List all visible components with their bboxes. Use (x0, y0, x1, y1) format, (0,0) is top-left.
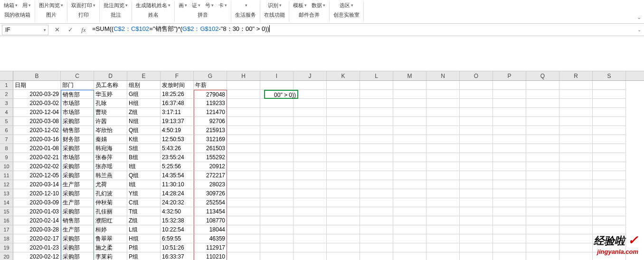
cell[interactable] (559, 108, 593, 117)
cell[interactable] (526, 216, 559, 225)
cell[interactable] (393, 162, 426, 171)
cell[interactable] (493, 126, 526, 135)
cell[interactable] (426, 189, 460, 198)
cell[interactable] (227, 243, 260, 252)
row-header[interactable]: 8 (0, 144, 13, 153)
formula-input[interactable]: =SUM((C$2：C$102="销售部")*(G$2：G$102-"8：30：… (90, 25, 635, 35)
cell[interactable] (393, 252, 426, 260)
ribbon-item[interactable]: 用 (22, 2, 28, 9)
ribbon-item[interactable]: 数据 (312, 2, 322, 9)
cell[interactable] (227, 198, 260, 207)
cell[interactable] (460, 90, 493, 99)
cell[interactable]: S组 (127, 144, 161, 153)
cell[interactable] (360, 144, 393, 153)
cell[interactable] (493, 225, 526, 234)
cell[interactable]: 桓婷 (94, 225, 127, 234)
cell[interactable]: T组 (127, 207, 161, 216)
ribbon-caret-icon[interactable]: ▾ (185, 3, 187, 8)
cell[interactable] (260, 117, 294, 126)
cell[interactable]: 2020-12-10 (13, 189, 61, 198)
cell[interactable]: 11:30:10 (161, 180, 194, 189)
cell[interactable] (360, 180, 393, 189)
cell[interactable]: 18044 (194, 225, 227, 234)
cell[interactable]: 尤荷 (94, 180, 127, 189)
cell[interactable]: Y组 (127, 189, 161, 198)
cell[interactable] (260, 198, 294, 207)
cell[interactable] (260, 135, 294, 144)
cell[interactable]: 2020-12-05 (13, 171, 61, 180)
cell[interactable] (327, 135, 360, 144)
cell[interactable] (460, 126, 493, 135)
cell[interactable] (593, 144, 626, 153)
cell[interactable] (294, 216, 327, 225)
cell[interactable] (393, 153, 426, 162)
cell[interactable] (559, 99, 593, 108)
cell[interactable]: 2020-02-12 (13, 252, 61, 260)
cell[interactable] (593, 189, 626, 198)
cell[interactable] (460, 216, 493, 225)
cell[interactable]: B组 (127, 153, 161, 162)
fx-button[interactable]: fx (77, 25, 90, 35)
ribbon-caret-icon[interactable]: ▾ (198, 3, 200, 8)
cell[interactable]: H组 (127, 99, 161, 108)
row-header[interactable]: 6 (0, 126, 13, 135)
row-header[interactable]: 2 (0, 90, 13, 99)
cell[interactable] (327, 162, 360, 171)
cell[interactable] (493, 108, 526, 117)
cell[interactable] (559, 225, 593, 234)
ribbon-caret-icon[interactable]: ▾ (28, 3, 31, 8)
cell[interactable]: 采购部 (61, 171, 94, 180)
ribbon-caret-icon[interactable]: ▾ (323, 3, 325, 8)
cell[interactable] (526, 180, 559, 189)
cell[interactable] (493, 99, 526, 108)
cell[interactable] (526, 144, 559, 153)
cell[interactable] (360, 153, 393, 162)
ribbon-caret-icon[interactable]: ▾ (279, 3, 282, 8)
cell[interactable] (526, 207, 559, 216)
ribbon-item[interactable]: 纳箱 (4, 2, 14, 9)
cell[interactable] (327, 153, 360, 162)
cell[interactable]: 财务部 (61, 135, 94, 144)
cell[interactable] (526, 153, 559, 162)
cell[interactable] (393, 180, 426, 189)
cell[interactable] (294, 207, 327, 216)
ribbon-caret-icon[interactable]: ▾ (125, 3, 128, 8)
cell[interactable]: 23:55:24 (161, 153, 194, 162)
cell[interactable]: 15:32:38 (161, 216, 194, 225)
cell[interactable]: 员工名称 (94, 81, 127, 90)
cell[interactable]: 发放时间 (161, 81, 194, 90)
cell[interactable]: P组 (127, 243, 161, 252)
cell[interactable] (460, 162, 493, 171)
cell[interactable] (593, 162, 626, 171)
ribbon-caret-icon[interactable]: ▾ (225, 3, 227, 8)
cell[interactable] (260, 252, 294, 260)
cell[interactable] (393, 90, 426, 99)
cell[interactable] (526, 81, 559, 90)
cell[interactable] (294, 108, 327, 117)
cell[interactable] (393, 243, 426, 252)
cell[interactable]: 2020-03-28 (13, 225, 61, 234)
cell[interactable] (294, 153, 327, 162)
cell[interactable] (294, 225, 327, 234)
cell[interactable] (559, 198, 593, 207)
column-header[interactable]: S (593, 71, 626, 80)
cell[interactable] (327, 108, 360, 117)
cell[interactable]: 张亦瑶 (94, 162, 127, 171)
cell[interactable]: 309726 (194, 189, 227, 198)
cell[interactable]: C组 (127, 198, 161, 207)
cell[interactable]: 4:50:19 (161, 126, 194, 135)
row-header[interactable]: 13 (0, 189, 13, 198)
cell[interactable] (393, 207, 426, 216)
cell[interactable]: 2020-12-02 (13, 126, 61, 135)
column-header[interactable]: H (227, 71, 260, 80)
cell[interactable] (360, 162, 393, 171)
cell[interactable] (327, 252, 360, 260)
row-header[interactable]: 1 (0, 81, 13, 90)
cell[interactable]: 252554 (194, 198, 227, 207)
cell[interactable]: 采购部 (61, 117, 94, 126)
cell[interactable] (493, 171, 526, 180)
cell[interactable] (426, 243, 460, 252)
cell[interactable]: 采购部 (61, 144, 94, 153)
cell[interactable] (327, 189, 360, 198)
cell[interactable] (227, 117, 260, 126)
